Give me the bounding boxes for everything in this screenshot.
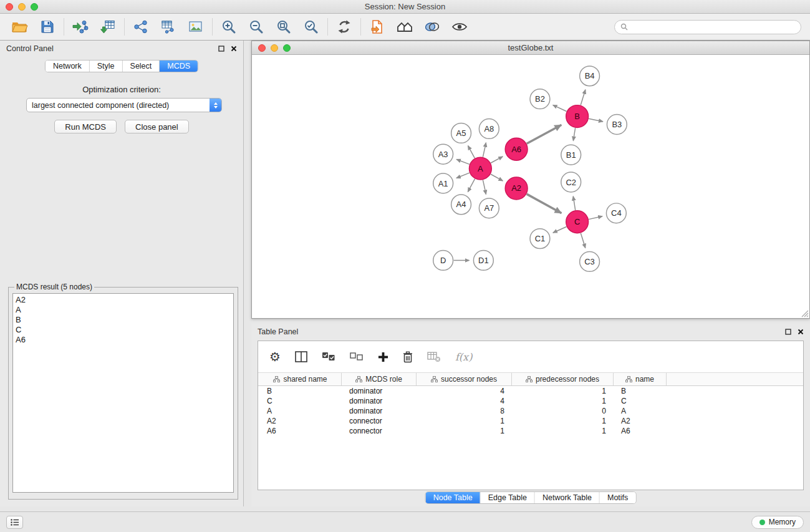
graph-edge-A-A5[interactable] [468,146,475,158]
optimization-criterion-select[interactable]: largest connected component (directed) [26,98,222,112]
tab-network[interactable]: Network [46,60,90,72]
column-header-predecessor-nodes[interactable]: predecessor nodes [512,373,614,385]
zoom-out-button[interactable] [243,16,270,38]
document-button[interactable] [364,16,391,38]
list-item[interactable]: C [16,325,231,335]
table-row[interactable]: A dominator 8 0 A [258,406,803,416]
import-network-button[interactable] [67,16,94,38]
network-graph[interactable]: B4B2BB3A5A8A6B1A3AA1C2A2A4A7C4C1CC3DD1 [252,56,809,318]
graph-edge-B-B3[interactable] [589,118,603,122]
tab-network-table[interactable]: Network Table [535,492,600,503]
list-item[interactable]: A6 [16,335,231,345]
graph-node-label-C: C [574,217,580,226]
zoom-selected-button[interactable] [297,16,325,38]
graph-edge-C-C1[interactable] [553,226,567,233]
show-panels-button[interactable] [6,516,23,529]
cell-name: A2 [614,416,667,426]
zoom-in-button[interactable] [215,16,243,38]
search-field[interactable] [614,20,801,34]
graph-edge-C-C4[interactable] [589,216,602,220]
list-item[interactable]: B [16,315,231,325]
graphics-details-button[interactable] [418,16,446,38]
column-header-name[interactable]: name [614,373,667,385]
import-table-button[interactable] [94,16,122,38]
network-window-titlebar[interactable]: testGlobe.txt [252,41,809,55]
tab-edge-table[interactable]: Edge Table [481,492,535,503]
minimize-network-window-button[interactable] [271,44,278,52]
save-session-button[interactable] [34,16,61,38]
function-builder-button[interactable]: f(x) [455,351,472,363]
resize-grip-icon[interactable] [801,310,809,317]
close-network-window-button[interactable] [258,44,266,52]
tab-style[interactable]: Style [90,60,123,72]
delete-column-button[interactable] [403,351,413,363]
graph-edge-C-C2[interactable] [573,196,575,210]
column-header-successor-nodes[interactable]: successor nodes [417,373,512,385]
main-toolbar [0,14,810,41]
minimize-window-button[interactable] [18,3,26,11]
export-image-button[interactable] [182,16,210,38]
tab-select[interactable]: Select [123,60,160,72]
graph-node-label-B4: B4 [585,71,595,80]
table-row[interactable]: A6 connector 1 1 A6 [258,426,803,436]
open-session-button[interactable] [6,16,34,38]
close-table-panel-button[interactable] [798,329,804,335]
list-item[interactable]: A [16,305,231,315]
cell-name: A6 [614,426,667,436]
graph-node-label-D: D [440,256,446,265]
zoom-window-button[interactable] [31,3,38,11]
attribute-icon [431,376,438,382]
show-columns-button[interactable] [295,351,307,362]
graph-edge-A-A3[interactable] [456,159,470,164]
delete-table-button[interactable] [427,351,441,362]
graph-edge-A-A2[interactable] [491,174,503,181]
graph-edge-A-A7[interactable] [483,180,486,195]
tab-mcds[interactable]: MCDS [160,60,198,72]
float-table-panel-button[interactable] [785,329,791,335]
float-icon [218,46,224,52]
close-window-button[interactable] [6,3,13,11]
graph-edge-A2-C[interactable] [527,194,562,213]
close-control-panel-button[interactable] [231,46,237,52]
list-item[interactable]: A2 [16,295,231,305]
network-button[interactable] [127,16,155,38]
graph-edge-A-A8[interactable] [483,143,486,157]
show-hide-button[interactable] [446,16,473,38]
select-all-button[interactable] [322,352,335,362]
image-icon [188,21,203,33]
deselect-all-button[interactable] [350,352,364,362]
home-icon [397,21,413,33]
table-row[interactable]: C dominator 4 1 C [258,396,803,406]
graph-edge-C-C3[interactable] [581,233,585,248]
table-row[interactable]: B dominator 4 1 B [258,386,803,396]
graph-edge-B-B1[interactable] [573,128,575,140]
tab-node-table[interactable]: Node Table [426,492,481,503]
network-table-button[interactable] [155,16,182,38]
search-input[interactable] [631,22,795,31]
graph-edge-A-A1[interactable] [456,173,470,178]
memory-button[interactable]: Memory [751,516,804,529]
graph-edge-A6-B[interactable] [527,125,562,143]
add-column-button[interactable] [378,352,388,362]
zoom-network-window-button[interactable] [283,44,291,52]
graph-edge-B-B2[interactable] [553,105,567,111]
float-panel-button[interactable] [218,46,224,52]
run-mcds-button[interactable]: Run MCDS [54,120,117,133]
mcds-result-list[interactable]: A2 A B C A6 [12,293,234,493]
graph-node-label-C1: C1 [535,234,546,243]
refresh-button[interactable] [330,16,358,38]
graph-edge-A-A6[interactable] [491,157,503,163]
status-bar: Memory [0,511,810,532]
graph-edge-B-B4[interactable] [581,90,586,105]
column-header-mcds-role[interactable]: MCDS role [342,373,417,385]
table-settings-button[interactable]: ⚙ [269,351,281,363]
table-row[interactable]: A2 connector 1 1 A2 [258,416,803,426]
graph-edge-A-A4[interactable] [468,179,475,192]
close-panel-button[interactable]: Close panel [125,120,189,133]
zoom-fit-button[interactable] [270,16,297,38]
table-panel-header: Table Panel [251,324,810,340]
tab-motifs[interactable]: Motifs [600,492,635,503]
network-canvas[interactable]: B4B2BB3A5A8A6B1A3AA1C2A2A4A7C4C1CC3DD1 [252,56,809,318]
column-header-shared-name[interactable]: shared name [259,373,342,385]
home-button[interactable] [391,16,418,38]
